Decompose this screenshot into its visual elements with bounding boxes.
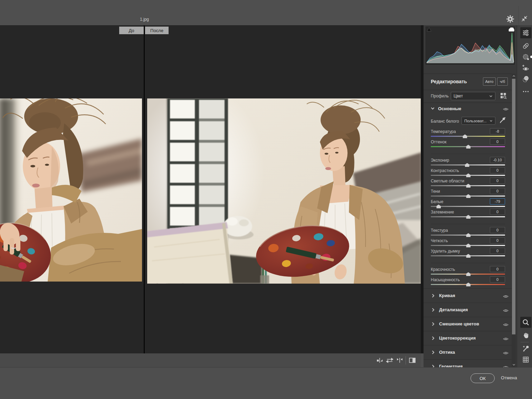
before-preview-image[interactable] — [0, 98, 142, 282]
zoom-icon[interactable] — [520, 317, 531, 328]
redeye-icon[interactable] — [520, 63, 531, 74]
slider-thumb[interactable] — [466, 244, 471, 247]
slider-value[interactable]: 0 — [490, 188, 505, 194]
slider-texture: Текстура0 — [431, 224, 505, 238]
wb-sampler-tool-icon[interactable] — [520, 343, 531, 354]
slider-thumb[interactable] — [466, 272, 471, 276]
white-balance-select[interactable]: Пользоват... — [462, 117, 495, 125]
highlight-clip-icon[interactable] — [508, 27, 514, 32]
slider-track[interactable] — [431, 164, 505, 165]
slider-thumb[interactable] — [465, 163, 469, 167]
panel-scrollbar[interactable] — [512, 74, 516, 367]
slider-track[interactable] — [431, 255, 505, 256]
masking-icon[interactable] — [520, 51, 531, 63]
scroll-up-arrow[interactable] — [512, 74, 516, 78]
tab-before[interactable]: До — [119, 27, 144, 34]
slider-track[interactable] — [431, 206, 505, 207]
slider-thumb[interactable] — [436, 205, 441, 208]
after-preview-image[interactable] — [147, 98, 421, 284]
slider-value[interactable]: -0.10 — [490, 157, 505, 163]
ba-cycle-icon[interactable] — [376, 357, 383, 364]
eye-icon[interactable] — [503, 106, 509, 113]
auto-button[interactable]: Авто — [483, 77, 496, 86]
ok-button[interactable]: ОК — [471, 373, 495, 383]
profile-select[interactable]: Цвет — [451, 92, 495, 100]
shadow-clip-icon[interactable] — [426, 27, 432, 32]
slider-value[interactable]: 0 — [490, 209, 505, 215]
slider-value[interactable]: 0 — [490, 266, 505, 272]
scrollbar-thumb[interactable] — [512, 79, 515, 334]
healing-icon[interactable] — [520, 40, 531, 51]
slider-value[interactable]: 0 — [490, 178, 505, 184]
slider-value[interactable]: 0 — [490, 167, 505, 173]
slider-value[interactable]: 0 — [490, 227, 505, 233]
slider-value[interactable]: 0 — [490, 139, 505, 145]
eye-icon[interactable] — [503, 364, 509, 367]
edit-sliders-icon[interactable] — [520, 27, 531, 38]
slider-thumb[interactable] — [463, 134, 467, 138]
profile-browse-icon[interactable] — [500, 93, 507, 99]
slider-track[interactable] — [431, 175, 505, 176]
chevron-right-icon — [432, 308, 435, 312]
gear-icon[interactable] — [506, 15, 515, 23]
hand-icon[interactable] — [520, 330, 531, 341]
scroll-down-arrow[interactable] — [512, 362, 516, 367]
slider-thumb[interactable] — [466, 254, 471, 258]
presets-icon[interactable] — [520, 74, 531, 85]
more-icon[interactable] — [520, 86, 531, 97]
section-title: Оптика — [439, 350, 455, 355]
wb-sampler-icon[interactable] — [499, 117, 506, 124]
slider-track[interactable] — [431, 216, 505, 217]
slider-label: Оттенок — [431, 140, 446, 144]
grid-overlay-icon[interactable] — [520, 354, 531, 365]
preview-canvas: До После — [0, 25, 421, 353]
slider-value[interactable]: -79 — [490, 198, 505, 205]
ba-copy-icon[interactable] — [396, 357, 403, 364]
slider-label: Насыщенность — [431, 277, 460, 282]
edit-active-dot — [530, 56, 532, 58]
slider-value[interactable]: 0 — [490, 237, 505, 244]
section-optics[interactable]: Оптика — [424, 345, 513, 359]
slider-track[interactable] — [431, 235, 505, 236]
basic-section-header[interactable]: Основные — [431, 103, 505, 114]
slider-track[interactable] — [431, 146, 505, 147]
slider-track[interactable] — [431, 196, 505, 197]
eye-icon[interactable] — [503, 336, 509, 342]
slider-value[interactable]: 0 — [490, 276, 505, 283]
section-color-mixer[interactable]: Смешение цветов — [424, 317, 513, 331]
ba-split-icon[interactable] — [408, 357, 416, 364]
eye-icon[interactable] — [503, 350, 509, 357]
tab-after[interactable]: После — [145, 27, 169, 34]
slider-thumb[interactable] — [466, 173, 471, 177]
edit-header-row: Редактировать Авто ч/б — [424, 74, 513, 90]
histogram[interactable] — [426, 27, 515, 65]
bw-button[interactable]: ч/б — [497, 77, 508, 86]
eye-icon[interactable] — [503, 294, 509, 300]
collapse-icon[interactable] — [521, 15, 529, 23]
slider-track[interactable] — [431, 245, 505, 246]
slider-thumb[interactable] — [466, 184, 471, 188]
slider-track[interactable] — [431, 136, 505, 137]
section-curve[interactable]: Кривая — [424, 288, 513, 303]
slider-label: Светлые области — [431, 179, 464, 183]
before-after-divider — [144, 25, 145, 353]
slider-track[interactable] — [431, 284, 505, 285]
slider-thumb[interactable] — [466, 283, 471, 286]
slider-thumb[interactable] — [466, 215, 471, 219]
slider-thumb[interactable] — [466, 194, 471, 198]
slider-thumb[interactable] — [466, 145, 471, 149]
slider-track[interactable] — [431, 274, 505, 275]
slider-value[interactable]: 0 — [490, 248, 505, 254]
slider-label: Четкость — [431, 238, 448, 243]
section-geometry[interactable]: Геометрия — [424, 359, 513, 367]
section-detail[interactable]: Детализация — [424, 303, 513, 317]
slider-thumb[interactable] — [466, 233, 471, 237]
slider-track[interactable] — [431, 185, 505, 186]
slider-label: Затемнение — [431, 210, 454, 215]
cancel-button[interactable]: Отмена — [501, 375, 517, 380]
slider-value[interactable]: -8 — [490, 128, 505, 134]
ba-swap-icon[interactable] — [386, 357, 393, 364]
eye-icon[interactable] — [503, 322, 509, 328]
eye-icon[interactable] — [503, 308, 509, 314]
section-color-grading[interactable]: Цветокоррекция — [424, 331, 513, 345]
